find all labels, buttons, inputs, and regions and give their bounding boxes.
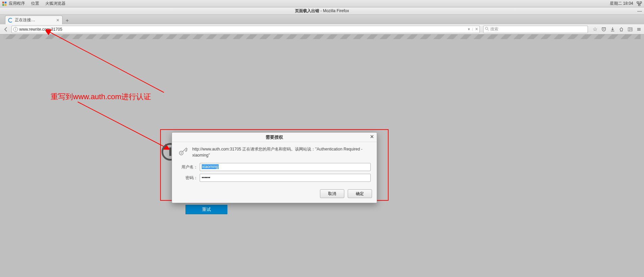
svg-point-19 [181, 153, 182, 154]
dialog-message: http://www.auth.com:31705 正在请求您的用户名和密码。该… [192, 146, 371, 158]
new-tab-button[interactable]: + [63, 17, 71, 24]
loading-spinner-icon [8, 18, 13, 23]
ok-button[interactable]: 确定 [348, 189, 372, 198]
username-input[interactable]: xiaoming [200, 163, 371, 171]
url-stop-icon[interactable]: ✕ [475, 27, 478, 31]
menu-icon[interactable] [636, 26, 642, 32]
pocket-icon[interactable] [601, 26, 607, 32]
menu-firefox[interactable]: 火狐浏览器 [45, 1, 66, 6]
dialog-title-text: 需要授权 [266, 134, 283, 140]
tab-label: 正在连接… [15, 17, 35, 23]
annotation-text: 重写到www.auth.com进行认证 [51, 92, 151, 102]
menu-applications[interactable]: 应用程序 [9, 1, 25, 6]
retry-button[interactable]: 重试 [185, 205, 227, 214]
svg-rect-4 [637, 2, 639, 3]
username-label: 用户名： [178, 164, 198, 170]
search-placeholder: 搜索 [490, 26, 498, 32]
search-icon [485, 27, 489, 32]
url-text: www.rewrite.com:31705 [19, 27, 468, 32]
url-bar[interactable]: i www.rewrite.com:31705 ▾ | ✕ [11, 26, 480, 33]
svg-rect-6 [639, 4, 640, 6]
password-label: 密码： [178, 175, 198, 181]
back-button[interactable] [2, 25, 10, 33]
password-input[interactable] [200, 174, 371, 182]
tab-close-button[interactable]: ✕ [56, 18, 59, 23]
svg-rect-9 [628, 28, 632, 31]
window-title-bar: 页面载入出错 - Mozilla Firefox — [0, 7, 644, 15]
key-icon [178, 146, 188, 158]
site-info-icon[interactable]: i [13, 27, 18, 32]
bookmark-star-icon[interactable]: ☆ [592, 26, 598, 32]
navigation-toolbar: i www.rewrite.com:31705 ▾ | ✕ 搜索 ☆ [0, 24, 644, 34]
loading-stripe [3, 34, 641, 39]
svg-rect-0 [2, 1, 4, 3]
system-clock: 星期二 18:04 [610, 1, 633, 6]
search-bar[interactable]: 搜索 [483, 26, 588, 33]
network-icon[interactable] [637, 1, 642, 6]
system-app-icon [2, 1, 7, 6]
sidebar-icon[interactable] [627, 26, 633, 32]
svg-rect-2 [2, 4, 4, 5]
svg-line-16 [49, 32, 164, 92]
menu-places[interactable]: 位置 [31, 1, 39, 6]
svg-point-7 [486, 27, 488, 30]
browser-tab[interactable]: 正在连接… ✕ [5, 16, 63, 24]
window-title: 页面载入出错 - Mozilla Firefox [295, 8, 349, 14]
svg-line-17 [78, 102, 169, 149]
window-minimize-button[interactable]: — [637, 8, 642, 13]
cancel-button[interactable]: 取消 [320, 189, 344, 198]
dialog-title-bar: 需要授权 ✕ [172, 133, 377, 142]
svg-rect-3 [5, 4, 6, 5]
home-icon[interactable] [618, 26, 624, 32]
svg-rect-1 [5, 1, 6, 3]
svg-rect-5 [640, 2, 642, 3]
url-dropdown-icon[interactable]: ▾ [468, 27, 470, 31]
system-menu-bar: 应用程序 位置 火狐浏览器 星期二 18:04 [0, 0, 644, 7]
page-content: 重写到www.auth.com进行认证 重试 需要授权 ✕ http://www… [0, 34, 644, 277]
svg-line-8 [488, 29, 489, 30]
annotation-arrow-2 [74, 99, 172, 153]
tab-strip: 正在连接… ✕ + [0, 15, 644, 24]
downloads-icon[interactable] [610, 26, 616, 32]
auth-dialog: 需要授权 ✕ http://www.auth.com:31705 正在请求您的用… [172, 132, 377, 203]
dialog-close-button[interactable]: ✕ [370, 134, 374, 139]
